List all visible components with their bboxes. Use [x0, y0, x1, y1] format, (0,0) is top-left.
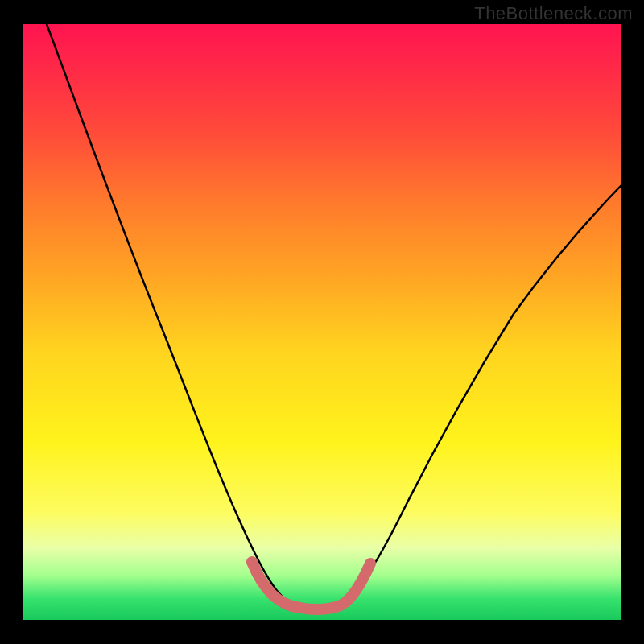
plot-area: [23, 24, 621, 620]
chart-svg: [23, 24, 621, 620]
highlight-path: [252, 562, 370, 609]
main-curve-path: [47, 24, 621, 609]
watermark-text: TheBottleneck.com: [474, 3, 633, 24]
chart-frame: TheBottleneck.com: [0, 0, 644, 644]
